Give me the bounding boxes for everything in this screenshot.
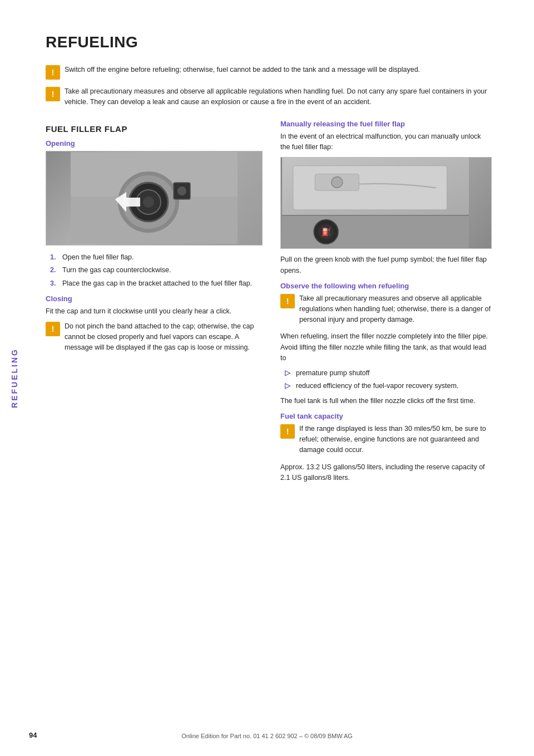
observe-warning-icon: ! (280, 294, 295, 308)
manual-release-pull-text: Pull on the green knob with the fuel pum… (280, 254, 492, 276)
manual-release-image: ⛽ (280, 157, 492, 249)
svg-point-9 (177, 186, 186, 195)
closing-warning-icon: ! (46, 322, 60, 336)
page-container: REFUELING REFUELING ! Switch off the eng… (0, 0, 534, 756)
step-text-3: Place the gas cap in the bracket attache… (62, 278, 252, 289)
warning-icon-1: ! (46, 65, 60, 80)
closing-text: Fit the cap and turn it clockwise until … (46, 306, 263, 317)
closing-heading: Closing (46, 294, 263, 303)
bullet-item-2: ▷ reduced efficiency of the fuel-vapor r… (285, 381, 492, 391)
page-footer: Online Edition for Part no. 01 41 2 602 … (0, 733, 534, 739)
left-column: FUEL FILLER FLAP Opening (46, 114, 263, 723)
manual-release-text: In the event of an electrical malfunctio… (280, 131, 492, 153)
opening-steps: 1. Open the fuel filler flap. 2. Turn th… (50, 252, 263, 289)
svg-point-14 (332, 177, 343, 188)
svg-rect-15 (282, 215, 469, 248)
fuel-knob-illustration: ⛽ (281, 158, 491, 248)
observe-warning-block: ! Take all precautionary measures and ob… (280, 293, 492, 325)
svg-point-6 (143, 197, 154, 208)
step-num-1: 1. (50, 252, 58, 263)
bullet-text-1: premature pump shutoff (296, 368, 369, 379)
fuel-filler-flap-heading: FUEL FILLER FLAP (46, 124, 263, 134)
fuel-capacity-warning-icon: ! (280, 424, 295, 439)
step-2: 2. Turn the gas cap counterclockwise. (50, 265, 263, 276)
two-column-layout: FUEL FILLER FLAP Opening (46, 114, 512, 723)
observe-heading: Observe the following when refueling (280, 282, 492, 290)
opening-heading: Opening (46, 139, 263, 148)
observe-end: The fuel tank is full when the filler no… (280, 396, 492, 406)
step-1: 1. Open the fuel filler flap. (50, 252, 263, 263)
closing-warning-block: ! Do not pinch the band attached to the … (46, 321, 263, 352)
warning-text-2: Take all precautionary measures and obse… (65, 86, 512, 107)
svg-text:⛽: ⛽ (322, 228, 332, 237)
sidebar-label: REFUELING (10, 348, 19, 408)
manual-release-heading: Manually releasing the fuel filler flap (280, 120, 492, 128)
footer-text: Online Edition for Part no. 01 41 2 602 … (181, 733, 353, 739)
warning-block-2: ! Take all precautionary measures and ob… (46, 86, 512, 107)
fuel-capacity-heading: Fuel tank capacity (280, 412, 492, 420)
bullet-arrow-2: ▷ (285, 381, 291, 391)
bullet-text-2: reduced efficiency of the fuel-vapor rec… (296, 381, 458, 391)
fuel-cap-illustration (46, 151, 262, 245)
fuel-capacity-warning-text: If the range displayed is less than 30 m… (299, 424, 492, 455)
step-num-3: 3. (50, 278, 58, 289)
sidebar: REFUELING (0, 0, 29, 756)
page-title: REFUELING (46, 33, 512, 51)
step-num-2: 2. (50, 265, 58, 276)
warning-text-1: Switch off the engine before refueling; … (65, 65, 420, 75)
fuel-capacity-warning-block: ! If the range displayed is less than 30… (280, 424, 492, 455)
observe-body: When refueling, insert the filler nozzle… (280, 331, 492, 364)
step-text-2: Turn the gas cap counterclockwise. (62, 265, 171, 276)
warning-block-1: ! Switch off the engine before refueling… (46, 65, 512, 80)
fuel-cap-svg (71, 152, 238, 244)
step-text-1: Open the fuel filler flap. (62, 252, 134, 263)
warning-icon-2: ! (46, 87, 60, 101)
bullet-item-1: ▷ premature pump shutoff (285, 368, 492, 379)
opening-image (46, 151, 263, 246)
fuel-knob-svg: ⛽ (281, 158, 470, 248)
main-content: REFUELING ! Switch off the engine before… (29, 0, 534, 756)
step-3: 3. Place the gas cap in the bracket atta… (50, 278, 263, 289)
bullet-arrow-1: ▷ (285, 368, 291, 379)
closing-warning-text: Do not pinch the band attached to the ca… (65, 321, 263, 352)
observe-bullet-list: ▷ premature pump shutoff ▷ reduced effic… (285, 368, 492, 391)
fuel-capacity-text: Approx. 13.2 US gallons/50 liters, inclu… (280, 462, 492, 484)
right-column: Manually releasing the fuel filler flap … (280, 114, 492, 723)
observe-warning-text: Take all precautionary measures and obse… (299, 293, 492, 325)
